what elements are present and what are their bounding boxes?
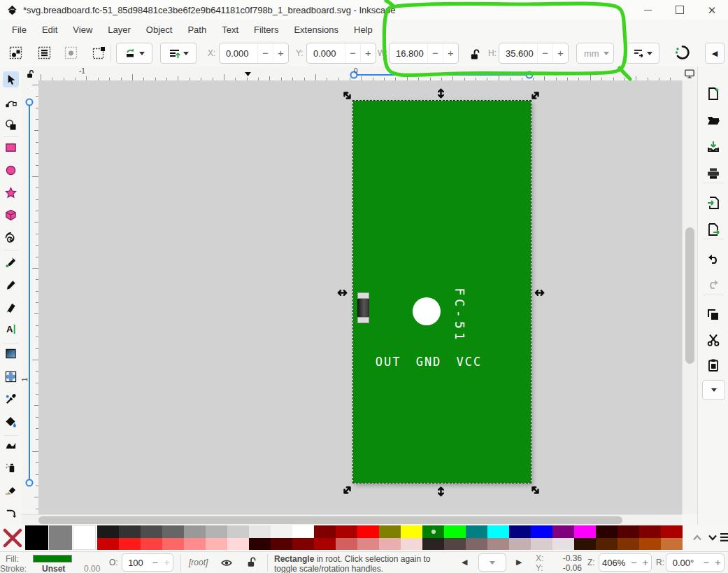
color-management-toggle[interactable] [682, 66, 697, 80]
palette-swatch[interactable] [639, 538, 661, 551]
undo-button[interactable] [706, 251, 721, 267]
board-pin-labels[interactable]: OUT GND VCC [376, 355, 483, 369]
palette-swatch[interactable] [509, 525, 531, 538]
node-editor-tool[interactable] [3, 95, 19, 111]
scale-handle-left[interactable] [336, 287, 348, 299]
tweak-tool[interactable] [3, 437, 19, 453]
x-increment-button[interactable]: + [273, 43, 288, 63]
rotation-value[interactable]: 0.00° [666, 558, 700, 568]
import-button[interactable] [706, 195, 721, 211]
toolbar-options-dropdown[interactable] [626, 43, 659, 64]
height-field[interactable]: 35.600 − + [499, 43, 569, 64]
duplicate-button[interactable] [706, 307, 721, 323]
no-color-swatch[interactable] [0, 525, 24, 550]
paste-button[interactable] [706, 358, 721, 373]
connector-tool[interactable] [3, 505, 19, 521]
palette-swatch[interactable] [292, 538, 314, 551]
zoom-decrement-button[interactable]: − [628, 557, 639, 568]
palette-swatch[interactable] [639, 525, 661, 538]
open-document-button[interactable] [706, 113, 721, 128]
cut-button[interactable] [706, 332, 721, 348]
palette-swatch[interactable] [401, 525, 422, 538]
palette-scroll-up-button[interactable] [690, 529, 705, 546]
y-increment-button[interactable]: + [360, 43, 376, 63]
lock-ratio-toggle[interactable] [466, 45, 484, 63]
stroke-value[interactable]: Unset [42, 564, 65, 573]
height-value[interactable]: 35.600 [499, 48, 537, 59]
palette-swatch[interactable] [422, 538, 444, 551]
horizontal-ruler[interactable]: -10 [38, 66, 682, 81]
opacity-increment-button[interactable]: + [161, 557, 173, 568]
unit-dropdown[interactable]: mm [576, 43, 614, 64]
layer-select-dropdown[interactable] [478, 553, 506, 572]
eraser-tool[interactable] [3, 482, 19, 498]
palette-swatch[interactable] [227, 525, 249, 538]
opacity-field[interactable]: 100 − + [122, 553, 173, 572]
palette-swatch-black[interactable] [25, 525, 48, 550]
palette-swatch[interactable] [596, 538, 618, 551]
menu-view[interactable]: View [65, 22, 100, 38]
palette-swatch[interactable] [206, 538, 227, 551]
raise-lower-dropdown[interactable] [160, 43, 197, 64]
zoom-value[interactable]: 406% [599, 558, 628, 568]
palette-swatch[interactable] [552, 538, 574, 551]
horizontal-scrollbar-thumb[interactable] [38, 516, 622, 524]
palette-swatch[interactable] [336, 525, 357, 538]
calligraphy-tool[interactable] [3, 299, 19, 316]
menu-object[interactable]: Object [138, 22, 180, 38]
ellipse-tool[interactable] [3, 162, 19, 178]
fill-color-swatch[interactable] [33, 555, 72, 563]
palette-swatch[interactable] [184, 538, 206, 551]
width-increment-button[interactable]: + [443, 43, 458, 63]
pencil-tool[interactable] [3, 277, 19, 293]
palette-swatch[interactable] [466, 525, 487, 538]
opacity-value[interactable]: 100 [122, 558, 149, 568]
width-decrement-button[interactable]: − [427, 43, 443, 63]
palette-swatch[interactable] [552, 525, 574, 538]
maximize-button[interactable] [664, 0, 696, 20]
scale-handle-right[interactable] [534, 287, 545, 299]
palette-swatch[interactable] [422, 525, 444, 538]
print-button[interactable] [706, 166, 721, 181]
menu-extensions[interactable]: Extensions [286, 22, 346, 38]
palette-swatch[interactable] [444, 538, 466, 551]
zoom-increment-button[interactable]: + [640, 557, 651, 568]
palette-swatch[interactable] [292, 525, 314, 538]
spray-tool[interactable] [3, 460, 19, 476]
board-label-vertical[interactable]: FC-51 [452, 288, 467, 343]
palette-swatch[interactable] [466, 538, 487, 551]
palette-swatch[interactable] [487, 538, 509, 551]
zoom-field[interactable]: 406% − + [599, 553, 652, 572]
x-decrement-button[interactable]: − [257, 43, 273, 63]
layer-visibility-toggle[interactable] [220, 556, 233, 569]
palette-swatch[interactable] [206, 525, 227, 538]
next-layer-button[interactable]: ▶ [516, 558, 522, 567]
palette-swatch[interactable] [596, 525, 618, 538]
palette-swatch[interactable] [357, 538, 379, 551]
close-button[interactable]: ✕ [696, 0, 728, 20]
menu-text[interactable]: Text [214, 22, 246, 38]
width-field[interactable]: 16.800 − + [389, 43, 459, 64]
selector-tool[interactable] [3, 71, 19, 87]
vertical-scrollbar-thumb[interactable] [685, 227, 694, 364]
menu-edit[interactable]: Edit [34, 22, 65, 38]
current-layer-label[interactable]: [root] [189, 558, 208, 567]
y-decrement-button[interactable]: − [345, 43, 360, 63]
rectangle-tool[interactable] [3, 139, 19, 155]
deselect-button[interactable] [62, 43, 80, 62]
palette-swatch[interactable] [184, 525, 206, 538]
palette-swatch[interactable] [531, 538, 552, 551]
height-increment-button[interactable]: + [552, 43, 568, 63]
more-commands-dropdown[interactable] [702, 380, 725, 400]
vertical-ruler[interactable]: 1 [22, 80, 39, 514]
palette-swatch[interactable] [401, 538, 422, 551]
menu-filters[interactable]: Filters [246, 22, 286, 38]
snapbar-collapse-button[interactable]: ◀ [705, 43, 725, 64]
menu-path[interactable]: Path [180, 22, 214, 38]
x-field[interactable]: 0.000 − + [219, 43, 289, 64]
palette-swatch[interactable] [509, 538, 531, 551]
dropper-tool[interactable] [3, 391, 19, 407]
palette-swatch[interactable] [249, 525, 271, 538]
palette-swatch[interactable] [618, 538, 639, 551]
palette-swatch[interactable] [661, 525, 683, 538]
